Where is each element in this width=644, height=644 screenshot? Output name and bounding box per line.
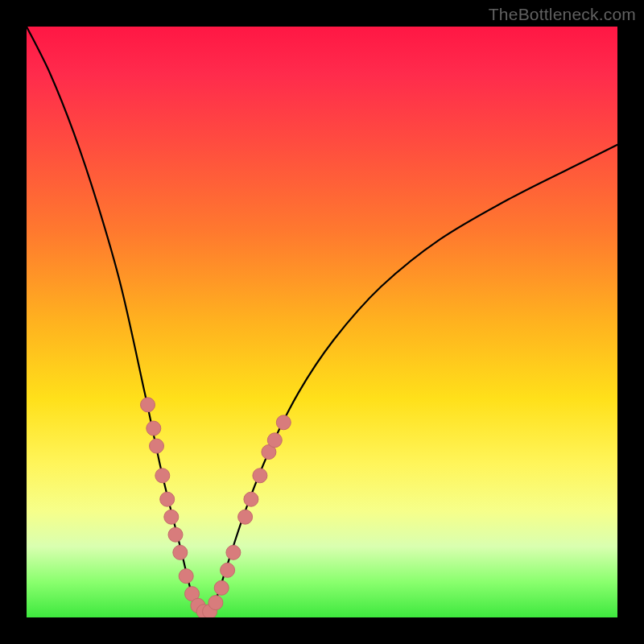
data-marker: [238, 510, 253, 524]
data-marker: [141, 398, 155, 412]
data-marker: [276, 415, 291, 430]
bottleneck-curve: [27, 27, 617, 614]
data-marker: [164, 510, 179, 524]
data-marker: [253, 469, 267, 483]
data-marker: [160, 492, 175, 506]
data-marker: [179, 569, 193, 584]
data-marker: [168, 527, 183, 542]
data-marker: [155, 469, 170, 483]
watermark-text: TheBottleneck.com: [489, 5, 636, 24]
chart-svg: [27, 27, 617, 617]
data-marker: [267, 433, 282, 448]
data-marker: [214, 580, 229, 595]
plot-area: [27, 27, 617, 617]
data-marker: [226, 545, 241, 559]
data-marker: [150, 439, 164, 453]
data-marker: [173, 545, 188, 559]
data-marker: [221, 563, 235, 577]
chart-frame: TheBottleneck.com: [0, 0, 644, 644]
data-marker: [147, 421, 161, 436]
data-marker: [208, 596, 223, 610]
marker-group: [141, 398, 291, 617]
data-marker: [244, 492, 258, 506]
